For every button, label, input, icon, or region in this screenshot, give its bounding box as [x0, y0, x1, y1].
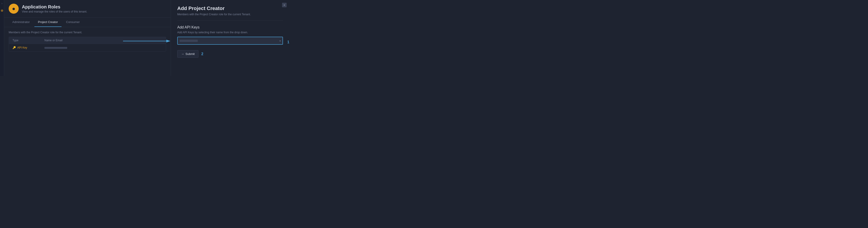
submit-label: Submit [185, 52, 194, 56]
submit-button[interactable]: → Submit [177, 50, 198, 58]
left-panel: ● Application Roles View and manage the … [4, 0, 171, 76]
header-text: Application Roles View and manage the ro… [22, 4, 87, 13]
panel-subtitle: Members with the Project Creator role fo… [177, 13, 283, 16]
table-row: 🔑 API Key [9, 44, 166, 51]
table-header: Type Name or Email [9, 37, 166, 44]
sidebar-collapse-icon[interactable]: › [2, 2, 2, 5]
tabs-bar: Administrator Project Creator Consumer [4, 18, 170, 27]
members-description: Members with the Project Creator role fo… [9, 31, 166, 34]
submit-step-label: 2 [201, 52, 203, 56]
avatar: ● [9, 4, 19, 14]
tab-project-creator[interactable]: Project Creator [34, 18, 62, 27]
close-button[interactable]: × [282, 3, 287, 7]
tab-administrator[interactable]: Administrator [9, 18, 33, 27]
panel-title: Add Project Creator [177, 5, 283, 11]
page-subtitle: View and manage the roles of the users o… [22, 10, 87, 13]
api-key-icon: 🔑 [12, 46, 16, 49]
submit-row: → Submit 2 [177, 50, 283, 58]
content-area: Members with the Project Creator role fo… [4, 27, 170, 76]
divider [177, 21, 283, 21]
column-header-type: Type [12, 39, 44, 42]
api-key-value-cell [44, 46, 162, 50]
column-header-name: Name or Email [44, 39, 162, 42]
members-table: Type Name or Email 🔑 API Key [9, 37, 166, 52]
right-panel: × Add Project Creator Members with the P… [171, 0, 289, 76]
tab-consumer[interactable]: Consumer [62, 18, 83, 27]
page-title: Application Roles [22, 4, 87, 9]
dropdown-step-label: 1 [287, 40, 289, 44]
user-icon: ● [12, 5, 16, 12]
section-title: Add API Keys [177, 25, 283, 29]
submit-icon: → [181, 52, 184, 56]
api-key-dropdown[interactable] [178, 37, 282, 44]
api-key-dropdown-wrapper: ▾ [177, 37, 283, 45]
sidebar-add-icon[interactable]: ⊕ [1, 9, 3, 12]
api-key-redacted-value [44, 47, 67, 49]
api-key-type-cell: 🔑 API Key [12, 46, 44, 49]
sidebar: › ⊕ [0, 0, 4, 76]
page-header: ● Application Roles View and manage the … [4, 0, 170, 18]
section-description: Add API Keys by selecting their name fro… [177, 31, 283, 34]
api-key-label: API Key [17, 46, 27, 49]
